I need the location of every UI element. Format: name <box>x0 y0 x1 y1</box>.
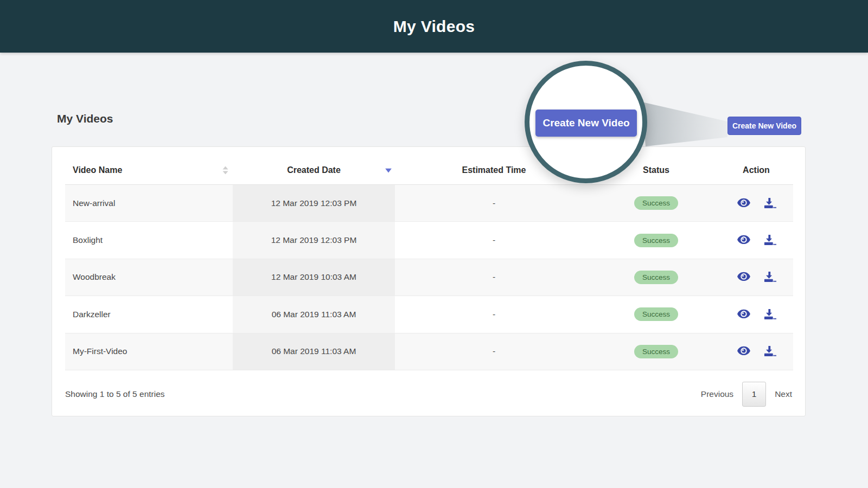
pagination: Previous 1 Next <box>701 382 792 407</box>
eye-icon[interactable] <box>737 198 751 209</box>
action-cell <box>719 259 793 296</box>
download-icon[interactable] <box>763 309 776 320</box>
status-cell: Success <box>593 259 719 296</box>
column-label: Created Date <box>287 165 341 175</box>
action-cell <box>719 333 793 370</box>
status-cell: Success <box>593 333 719 370</box>
created-date-cell: 06 Mar 2019 11:03 AM <box>233 333 395 370</box>
column-header-action: Action <box>719 156 793 184</box>
create-new-video-label: Create New Video <box>732 121 796 130</box>
status-badge: Success <box>634 196 678 210</box>
app-title: My Videos <box>393 17 475 36</box>
sort-unsorted-icon <box>222 166 228 174</box>
create-new-video-zoomed-label: Create New Video <box>542 117 629 129</box>
table-row: Boxlight12 Mar 2019 12:03 PM-Success <box>65 222 793 259</box>
column-header-created-date[interactable]: Created Date <box>233 156 395 184</box>
created-date-cell: 12 Mar 2019 12:03 PM <box>233 185 395 221</box>
status-cell: Success <box>593 185 719 221</box>
column-label: Video Name <box>73 165 122 175</box>
status-badge: Success <box>634 271 678 284</box>
status-badge: Success <box>634 234 678 247</box>
video-name-cell: Boxlight <box>65 222 233 258</box>
created-date-cell: 12 Mar 2019 12:03 PM <box>233 222 395 258</box>
download-icon[interactable] <box>763 271 776 283</box>
table-row: My-First-Video06 Mar 2019 11:03 AM-Succe… <box>65 333 793 370</box>
previous-page-button[interactable]: Previous <box>701 389 733 399</box>
magnifier-circle: Create New Video <box>525 61 647 183</box>
status-cell: Success <box>593 296 719 332</box>
create-new-video-button-zoomed[interactable]: Create New Video <box>535 110 637 137</box>
estimated-time-cell: - <box>395 296 593 332</box>
video-name-cell: Woodbreak <box>65 259 233 296</box>
eye-icon[interactable] <box>737 235 751 246</box>
videos-table: Video Name Created Date Estimated Time S… <box>65 156 793 370</box>
status-badge: Success <box>634 345 678 358</box>
status-cell: Success <box>593 222 719 258</box>
table-footer: Showing 1 to 5 of 5 entries Previous 1 N… <box>65 371 792 417</box>
download-icon[interactable] <box>763 345 776 357</box>
video-name-cell: My-First-Video <box>65 333 233 370</box>
action-cell <box>719 222 793 258</box>
page-number-button[interactable]: 1 <box>742 382 766 407</box>
column-label: Action <box>743 165 770 175</box>
action-cell <box>719 296 793 332</box>
download-icon[interactable] <box>763 197 776 209</box>
eye-icon[interactable] <box>737 272 751 282</box>
eye-icon[interactable] <box>737 346 751 357</box>
action-cell <box>719 185 793 221</box>
estimated-time-cell: - <box>395 259 593 296</box>
created-date-cell: 12 Mar 2019 10:03 AM <box>233 259 395 296</box>
video-name-cell: Darkzeller <box>65 296 233 332</box>
table-row: Darkzeller06 Mar 2019 11:03 AM-Success <box>65 296 793 333</box>
create-new-video-button[interactable]: Create New Video <box>727 117 801 135</box>
column-label: Status <box>643 165 669 175</box>
table-row: Woodbreak12 Mar 2019 10:03 AM-Success <box>65 259 793 296</box>
table-row: New-arrival12 Mar 2019 12:03 PM-Success <box>65 185 793 222</box>
table-header-row: Video Name Created Date Estimated Time S… <box>65 156 793 185</box>
estimated-time-cell: - <box>395 333 593 370</box>
estimated-time-cell: - <box>395 185 593 221</box>
table-body: New-arrival12 Mar 2019 12:03 PM-SuccessB… <box>65 185 793 370</box>
estimated-time-cell: - <box>395 222 593 258</box>
video-name-cell: New-arrival <box>65 185 233 221</box>
page-title: My Videos <box>57 112 113 125</box>
created-date-cell: 06 Mar 2019 11:03 AM <box>233 296 395 332</box>
download-icon[interactable] <box>763 234 776 246</box>
column-header-video-name[interactable]: Video Name <box>65 156 233 184</box>
entries-summary: Showing 1 to 5 of 5 entries <box>65 389 165 399</box>
eye-icon[interactable] <box>737 309 751 320</box>
sort-descending-icon <box>385 168 392 172</box>
column-label: Estimated Time <box>462 165 526 175</box>
status-badge: Success <box>634 307 678 321</box>
next-page-button[interactable]: Next <box>775 389 792 399</box>
videos-card: Video Name Created Date Estimated Time S… <box>52 146 806 416</box>
app-header: My Videos <box>0 0 868 53</box>
